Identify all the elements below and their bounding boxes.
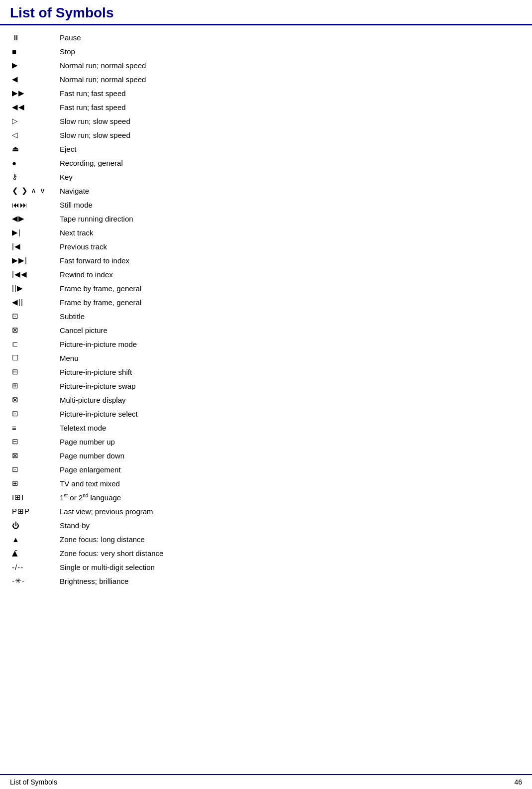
list-item: ▲Zone focus: long distance	[10, 532, 522, 546]
symbol-icon: ⊡	[10, 465, 60, 474]
symbol-icon: ◁	[10, 130, 60, 139]
icon-subtitle: ⊡	[12, 312, 19, 321]
list-item: ⊡Subtitle	[10, 309, 522, 323]
symbol-icon: ||▶	[10, 284, 60, 293]
symbol-description: Zone focus: very short distance	[60, 549, 522, 558]
symbol-description: TV and text mixed	[60, 479, 522, 488]
list-item: ▶Normal run; normal speed	[10, 58, 522, 72]
symbol-description: Picture-in-picture select	[60, 410, 522, 418]
list-item: ◀◀Fast run; fast speed	[10, 100, 522, 114]
symbol-description: Page enlargement	[60, 465, 522, 474]
page-title: List of Symbols	[10, 5, 522, 21]
symbol-icon: ☐	[10, 353, 60, 362]
symbol-description: Fast run; fast speed	[60, 103, 522, 112]
page-footer: List of Symbols 46	[0, 774, 532, 789]
symbol-description: Page number down	[60, 451, 522, 460]
symbol-icon: ▷	[10, 116, 60, 125]
icon-page-enlarge: ⊡	[12, 465, 19, 474]
icon-frame-rev: ◀||	[12, 298, 23, 307]
icon-record: ●	[12, 159, 17, 167]
icon-slow-fwd: ▷	[12, 116, 18, 125]
symbol-description: Previous track	[60, 242, 522, 251]
symbol-icon: ⊞	[10, 381, 60, 390]
page-header: List of Symbols	[0, 0, 532, 25]
symbol-description: Stop	[60, 47, 522, 56]
symbol-icon: ⊠	[10, 326, 60, 335]
icon-zone-long: ▲	[12, 535, 20, 544]
symbol-icon: |◀◀	[10, 270, 60, 279]
icon-rw-index: |◀◀	[12, 270, 27, 279]
icon-stop: ■	[12, 47, 17, 56]
list-item: ■Stop	[10, 44, 522, 58]
symbol-description: Slow run; slow speed	[60, 131, 522, 139]
symbol-icon: ⊞	[10, 479, 60, 488]
list-item: |◀◀Rewind to index	[10, 267, 522, 281]
symbol-description: Rewind to index	[60, 270, 522, 279]
symbol-description: Picture-in-picture shift	[60, 368, 522, 376]
symbol-description: Last view; previous program	[60, 507, 522, 516]
list-item: ◀||Frame by frame, general	[10, 295, 522, 309]
list-item: -/--Single or multi-digit selection	[10, 560, 522, 574]
icon-page-down: ⊠	[12, 451, 19, 460]
list-item: ⏮⏭Still mode	[10, 198, 522, 212]
list-item: ◀Normal run; normal speed	[10, 72, 522, 86]
symbol-description: Menu	[60, 354, 522, 362]
list-item: ⏏Eject	[10, 142, 522, 156]
symbol-description: Page number up	[60, 438, 522, 446]
list-item: ⏸Pause	[10, 30, 522, 44]
icon-ff-index: ▶▶|	[12, 256, 27, 265]
icon-pip-select: ⊡	[12, 409, 19, 418]
symbol-icon: ⏻	[10, 521, 60, 530]
icon-pip-swap: ⊞	[12, 381, 19, 390]
symbol-description: Tape running direction	[60, 215, 522, 223]
icon-menu: ☐	[12, 353, 19, 362]
list-item: ⊟Picture-in-picture shift	[10, 365, 522, 379]
symbol-icon: ▲	[10, 535, 60, 544]
symbol-description: Brightness; brilliance	[60, 577, 522, 585]
icon-digit: -/--	[12, 563, 23, 571]
list-item: ⊠Multi-picture display	[10, 393, 522, 407]
symbol-icon: |◀	[10, 242, 60, 251]
symbol-icon: ▲̈	[10, 549, 60, 558]
list-item: ⊡Page enlargement	[10, 462, 522, 476]
symbol-description: Cancel picture	[60, 326, 522, 335]
list-item: ≡Teletext mode	[10, 421, 522, 435]
symbol-description: Next track	[60, 228, 522, 237]
symbol-icon: ◀▶	[10, 214, 60, 223]
list-item: ☐Menu	[10, 351, 522, 365]
icon-teletext: ≡	[12, 424, 17, 432]
symbol-icon: ⊟	[10, 437, 60, 446]
symbol-description: Navigate	[60, 187, 522, 195]
symbol-icon: ◀◀	[10, 103, 60, 112]
symbol-icon: I⊞I	[10, 493, 60, 502]
footer-left-text: List of Symbols	[10, 778, 57, 786]
symbol-icon: ⏸	[10, 33, 60, 42]
icon-tv-text: ⊞	[12, 479, 19, 488]
icon-eject: ⏏	[12, 144, 19, 153]
symbol-description: 1st or 2nd language	[60, 493, 522, 502]
list-item: ▶|Next track	[10, 225, 522, 239]
list-item: ||▶Frame by frame, general	[10, 281, 522, 295]
icon-still: ⏮⏭	[12, 201, 28, 209]
symbol-icon: -/--	[10, 563, 60, 571]
symbol-description: Picture-in-picture mode	[60, 340, 522, 348]
symbol-icon: ●	[10, 159, 60, 167]
symbol-icon: ▶▶|	[10, 256, 60, 265]
icon-slow-rev: ◁	[12, 130, 18, 139]
list-item: ❮ ❯ ∧ ∨Navigate	[10, 184, 522, 198]
icon-lastview: P⊞P	[12, 507, 30, 516]
list-item: ⊡Picture-in-picture select	[10, 407, 522, 421]
list-item: ●Recording, general	[10, 156, 522, 170]
symbol-description: Zone focus: long distance	[60, 535, 522, 544]
symbol-icon: ◀	[10, 75, 60, 84]
icon-cancel-pic: ⊠	[12, 326, 19, 335]
icon-play-rev: ◀	[12, 75, 18, 84]
icon-lang: I⊞I	[12, 493, 24, 502]
icon-navigate: ❮ ❯ ∧ ∨	[12, 186, 46, 195]
symbol-icon: -✳-	[10, 576, 60, 585]
icon-prev-track: |◀	[12, 242, 21, 251]
icon-multi-pic: ⊠	[12, 395, 19, 404]
symbol-description: Single or multi-digit selection	[60, 563, 522, 571]
symbol-icon: ⚷	[10, 172, 60, 181]
symbol-icon: ▶▶	[10, 89, 60, 98]
